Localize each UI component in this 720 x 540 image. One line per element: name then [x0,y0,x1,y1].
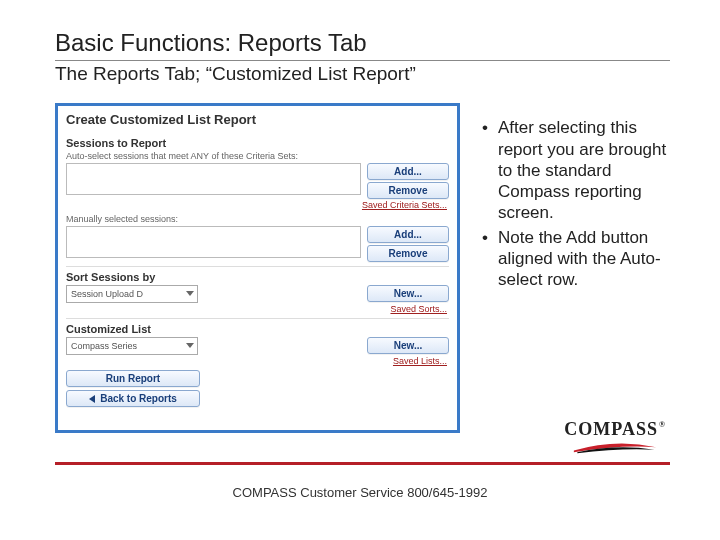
bullet-list: After selecting this report you are brou… [480,117,670,290]
arrow-left-icon [89,395,95,403]
panel-heading: Create Customized List Report [66,112,449,127]
sessions-heading: Sessions to Report [66,137,449,149]
logo-text: COMPASS [564,419,658,439]
new-list-button[interactable]: New... [367,337,449,354]
auto-select-listbox[interactable] [66,163,361,195]
accent-rule [55,462,670,465]
logo-swoosh-icon [572,442,658,454]
saved-sorts-link[interactable]: Saved Sorts... [66,304,447,314]
add-criteria-button[interactable]: Add... [367,163,449,180]
manual-select-listbox[interactable] [66,226,361,258]
run-report-label: Run Report [106,373,160,384]
run-report-button[interactable]: Run Report [66,370,200,387]
footer-text: COMPASS Customer Service 800/645-1992 [0,485,720,500]
slide-subtitle: The Reports Tab; “Customized List Report… [55,63,670,85]
list-select[interactable]: Compass Series [66,337,198,355]
customized-list-heading: Customized List [66,323,449,335]
embedded-screenshot: Create Customized List Report Sessions t… [55,103,460,433]
new-sort-button[interactable]: New... [367,285,449,302]
registered-mark: ® [659,420,666,429]
slide-title: Basic Functions: Reports Tab [55,30,670,56]
back-to-reports-button[interactable]: Back to Reports [66,390,200,407]
auto-select-label: Auto-select sessions that meet ANY of th… [66,151,449,161]
saved-lists-link[interactable]: Saved Lists... [66,356,447,366]
divider [66,318,449,319]
add-manual-button[interactable]: Add... [367,226,449,243]
remove-criteria-button[interactable]: Remove [367,182,449,199]
sort-heading: Sort Sessions by [66,271,449,283]
sort-select[interactable]: Session Upload D [66,285,198,303]
manual-select-label: Manually selected sessions: [66,214,449,224]
divider [66,266,449,267]
list-item: After selecting this report you are brou… [480,117,670,223]
remove-manual-button[interactable]: Remove [367,245,449,262]
back-label: Back to Reports [100,393,177,404]
list-item: Note the Add button aligned with the Aut… [480,227,670,291]
title-divider [55,60,670,61]
compass-logo: COMPASS® [564,419,665,458]
saved-criteria-link[interactable]: Saved Criteria Sets... [66,200,447,210]
